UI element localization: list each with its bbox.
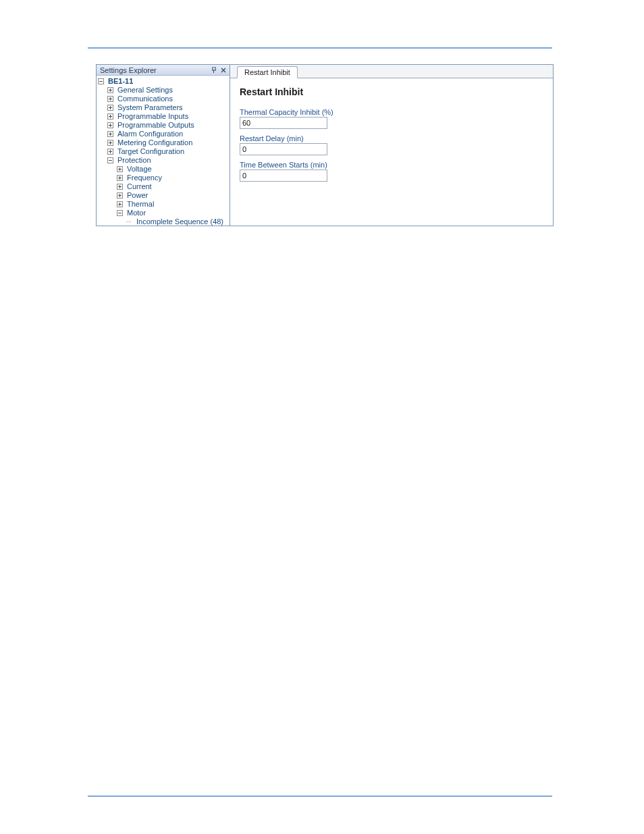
tree-item-system-parameters[interactable]: System Parameters: [116, 103, 184, 112]
expand-icon[interactable]: [107, 140, 113, 146]
collapse-icon[interactable]: [117, 210, 123, 216]
expand-icon[interactable]: [107, 122, 113, 128]
tree-item-incomplete-sequence[interactable]: Incomplete Sequence (48): [135, 217, 225, 226]
label-time-between-starts: Time Between Starts (min): [240, 161, 543, 169]
input-time-between-starts[interactable]: [240, 170, 327, 182]
close-icon[interactable]: [219, 66, 228, 75]
tree-item-programmable-inputs[interactable]: Programmable Inputs: [116, 112, 190, 121]
tree-item-frequency[interactable]: Frequency: [126, 174, 163, 182]
label-restart-delay: Restart Delay (min): [240, 134, 543, 142]
tree-item-current[interactable]: Current: [126, 182, 153, 191]
tree-item-general-settings[interactable]: General Settings: [116, 86, 174, 95]
expand-icon[interactable]: [98, 78, 104, 84]
tree-item-power[interactable]: Power: [126, 191, 149, 200]
tree-item-motor[interactable]: Motor: [126, 209, 147, 217]
expand-icon[interactable]: [107, 87, 113, 93]
tree-item-programmable-outputs[interactable]: Programmable Outputs: [116, 121, 196, 130]
settings-form: Restart Inhibit Thermal Capacity Inhibit…: [230, 78, 553, 226]
tab-label: Restart Inhibit: [244, 68, 290, 76]
expand-icon[interactable]: [117, 192, 123, 199]
expand-icon[interactable]: [117, 184, 123, 190]
expand-icon[interactable]: [107, 131, 113, 137]
app-window: Settings Explorer BE1-11 General Setting…: [96, 64, 554, 226]
page-title: Restart Inhibit: [240, 86, 543, 97]
tree-root[interactable]: BE1-11: [107, 77, 134, 86]
expand-icon[interactable]: [107, 149, 113, 155]
settings-explorer-header: Settings Explorer: [97, 65, 230, 76]
tree-item-thermal[interactable]: Thermal: [126, 200, 155, 209]
settings-explorer-panel: Settings Explorer BE1-11 General Setting…: [96, 64, 230, 226]
expand-icon[interactable]: [117, 166, 123, 172]
pin-icon[interactable]: [209, 66, 219, 75]
expand-icon[interactable]: [107, 96, 113, 102]
expand-icon[interactable]: [117, 175, 123, 181]
tab-restart-inhibit[interactable]: Restart Inhibit: [237, 66, 298, 78]
label-thermal-capacity-inhibit: Thermal Capacity Inhibit (%): [240, 108, 543, 116]
settings-tree[interactable]: BE1-11 General Settings Communications S…: [97, 76, 230, 226]
main-panel: Restart Inhibit Restart Inhibit Thermal …: [230, 64, 554, 226]
expand-icon[interactable]: [117, 201, 123, 207]
tree-item-alarm-configuration[interactable]: Alarm Configuration: [116, 130, 184, 138]
expand-icon[interactable]: [107, 113, 113, 120]
input-restart-delay[interactable]: [240, 143, 327, 155]
settings-explorer-title: Settings Explorer: [100, 66, 209, 74]
input-thermal-capacity-inhibit[interactable]: [240, 117, 327, 129]
tree-connector-icon: [126, 219, 132, 225]
tree-item-target-configuration[interactable]: Target Configuration: [116, 147, 186, 156]
tree-item-voltage[interactable]: Voltage: [126, 165, 153, 174]
tree-item-metering-configuration[interactable]: Metering Configuration: [116, 138, 194, 147]
collapse-icon[interactable]: [107, 157, 113, 163]
expand-icon[interactable]: [107, 105, 113, 111]
tree-item-protection[interactable]: Protection: [116, 156, 153, 165]
tree-item-communications[interactable]: Communications: [116, 95, 174, 103]
